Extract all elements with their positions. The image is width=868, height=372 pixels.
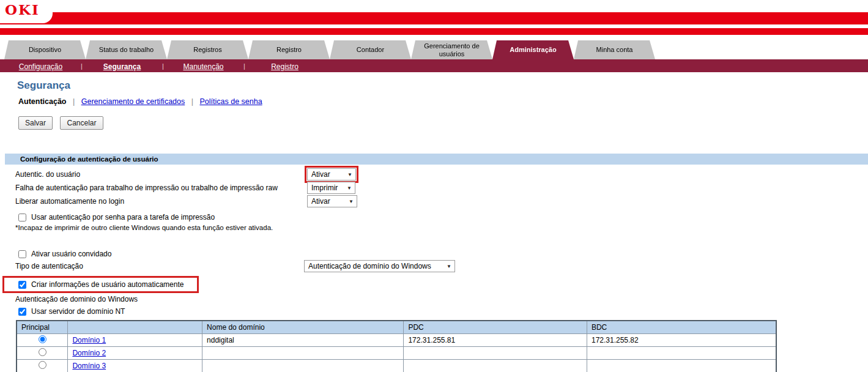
view-link-autenticacao: Autenticação — [18, 97, 67, 106]
pdc-cell — [404, 359, 587, 372]
tab-registros[interactable]: Registros — [167, 40, 248, 59]
page-title: Segurança — [17, 80, 868, 92]
header: OKI — [0, 0, 868, 35]
bdc-cell: 172.31.255.82 — [587, 333, 776, 346]
col-header-bdc: BDC — [587, 321, 776, 333]
table-row: Domínio 3 — [17, 359, 776, 372]
password-auth-checkbox[interactable] — [18, 214, 26, 221]
brand-band-thin — [0, 28, 868, 35]
guest-user-row: Ativar usuário convidado — [0, 250, 868, 258]
auth-type-select[interactable]: Autenticação de domínio do Windows ▼ — [304, 260, 455, 272]
principal-radio-3[interactable] — [39, 361, 46, 369]
field-label: Liberar automaticamente no login — [15, 197, 307, 206]
table-header-row: Principal Nome do domínio PDC BDC — [17, 321, 776, 333]
checkbox-label: Criar informações de usuário automaticam… — [31, 280, 184, 289]
checkbox-label: Ativar usuário convidado — [31, 250, 111, 258]
view-link-gerenciamento-certificados[interactable]: Gerenciamento de certificados — [81, 97, 185, 106]
falha-autenticacao-select[interactable]: Imprimir ▼ — [307, 182, 355, 194]
section-header: Configuração de autenticação de usuário — [5, 154, 868, 165]
auto-create-user-checkbox[interactable] — [18, 281, 26, 289]
col-header-nome-dominio: Nome do domínio — [202, 321, 404, 333]
selected-value: Ativar — [311, 197, 330, 206]
checkbox-label: Usar autenticação por senha para a taref… — [31, 213, 215, 221]
dominio-3-link[interactable]: Domínio 3 — [72, 362, 106, 370]
tab-status-do-trabalho[interactable]: Status do trabalho — [86, 40, 167, 59]
subnav-item-registro[interactable]: Registro — [271, 62, 299, 71]
selected-value: Imprimir — [311, 184, 338, 192]
field-label: Tipo de autenticação — [15, 262, 304, 270]
tab-administracao[interactable]: Administração — [492, 40, 574, 59]
windows-domain-subsection-label: Autenticação de dominio do Windows — [15, 295, 868, 303]
view-link-separator: | — [191, 97, 193, 106]
form-row-falha-autenticacao: Falha de autenticação para trabalho de i… — [0, 181, 868, 195]
col-header-pdc: PDC — [404, 321, 587, 333]
principal-radio-1[interactable] — [39, 335, 46, 343]
windows-client-note: *Incapaz de imprimir de outro cliente Wi… — [15, 224, 868, 231]
view-link-separator: | — [73, 97, 75, 106]
domain-name-cell — [202, 346, 404, 359]
form-row-liberar-login: Liberar automaticamente no login Ativar … — [0, 195, 868, 208]
password-auth-row: Usar autenticação por senha para a taref… — [0, 213, 868, 221]
dominio-1-link[interactable]: Domínio 1 — [72, 336, 106, 344]
nt-domain-server-row: Usar servidor de domínio NT — [0, 307, 868, 316]
col-header-blank — [68, 321, 202, 333]
subnav-item-seguranca[interactable]: Segurança — [103, 62, 141, 71]
action-buttons: Salvar Cancelar — [18, 116, 868, 130]
field-label: Falha de autenticação para trabalho de i… — [15, 184, 307, 192]
auto-create-user-row: Criar informações de usuário automaticam… — [4, 278, 197, 291]
guest-user-checkbox[interactable] — [18, 250, 26, 258]
bdc-cell — [587, 359, 776, 372]
dropdown-arrow-icon: ▼ — [347, 185, 352, 191]
tab-dispositivo[interactable]: Dispositivo — [4, 40, 86, 59]
tab-gerenciamento-de-usuarios[interactable]: Gerenciamento de usuários — [411, 40, 492, 59]
oki-logo: OKI — [5, 1, 40, 18]
col-header-principal: Principal — [17, 321, 68, 333]
brand-band — [0, 12, 868, 24]
subnav-bar: Configuração | Segurança | Manutenção | … — [0, 59, 868, 72]
dropdown-arrow-icon: ▼ — [349, 199, 354, 204]
view-link-politicas-de-senha[interactable]: Políticas de senha — [199, 97, 262, 106]
auth-type-row: Tipo de autenticação Autenticação de dom… — [0, 259, 868, 273]
dropdown-arrow-icon: ▼ — [347, 172, 352, 177]
tab-registro[interactable]: Registro — [248, 40, 330, 59]
cancel-button[interactable]: Cancelar — [60, 116, 103, 130]
selected-value: Ativar — [311, 170, 330, 179]
dominio-2-link[interactable]: Domínio 2 — [72, 349, 106, 357]
view-links: Autenticação | Gerenciamento de certific… — [18, 97, 868, 106]
pdc-cell — [404, 346, 587, 359]
form-row-autentic-usuario: Autentic. do usuário Ativar ▼ — [0, 168, 868, 181]
autentic-usuario-select[interactable]: Ativar ▼ — [307, 168, 356, 180]
pdc-cell: 172.31.255.81 — [404, 333, 587, 346]
domain-table: Principal Nome do domínio PDC BDC Domíni… — [16, 320, 777, 372]
save-button[interactable]: Salvar — [18, 116, 53, 130]
principal-radio-2[interactable] — [39, 348, 46, 356]
tab-minha-conta[interactable]: Minha conta — [574, 40, 655, 59]
auth-form: Autentic. do usuário Ativar ▼ Falha de a… — [0, 168, 868, 372]
checkbox-label: Usar servidor de domínio NT — [31, 307, 125, 316]
main-tab-bar: Dispositivo Status do trabalho Registros… — [4, 40, 868, 59]
nt-domain-server-checkbox[interactable] — [18, 308, 26, 316]
liberar-login-select[interactable]: Ativar ▼ — [307, 195, 357, 207]
field-label: Autentic. do usuário — [15, 170, 307, 179]
table-row: Domínio 2 — [17, 346, 776, 359]
domain-name-cell: nddigital — [202, 333, 404, 346]
domain-name-cell — [202, 359, 404, 372]
bdc-cell — [587, 346, 776, 359]
selected-value: Autenticação de domínio do Windows — [308, 262, 431, 270]
dropdown-arrow-icon: ▼ — [447, 264, 451, 269]
subnav-item-manutencao[interactable]: Manutenção — [183, 62, 223, 71]
tab-contador[interactable]: Contador — [330, 40, 411, 59]
subnav-item-configuracao[interactable]: Configuração — [19, 62, 62, 71]
table-row: Domínio 1 nddigital 172.31.255.81 172.31… — [17, 333, 776, 346]
